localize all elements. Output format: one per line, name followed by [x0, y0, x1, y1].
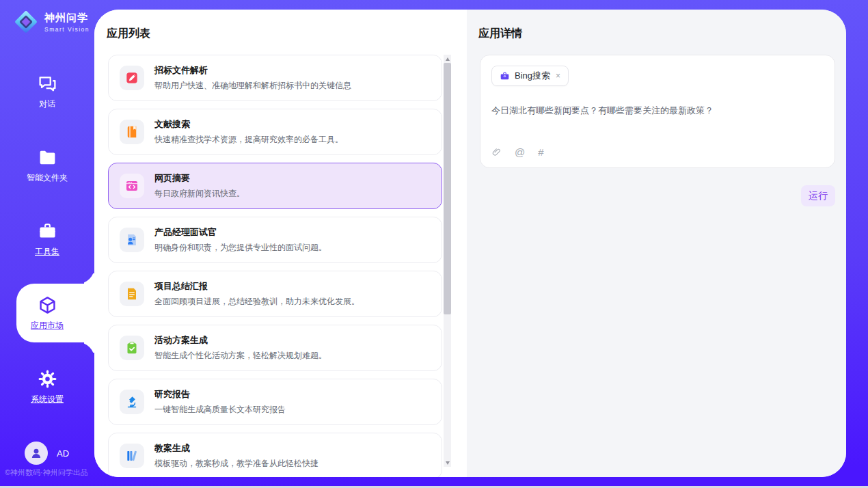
- user-row[interactable]: AD: [25, 442, 69, 465]
- app-icon-badge: [120, 66, 144, 90]
- app-description: 每日政府新闻资讯快查。: [154, 188, 245, 200]
- clipboard-check-icon: [125, 341, 139, 355]
- app-card[interactable]: 文献搜索 快速精准查找学术资源，提高研究效率的必备工具。: [108, 109, 442, 155]
- app-icon-badge: [120, 120, 144, 144]
- run-button[interactable]: 运行: [801, 185, 835, 206]
- app-card[interactable]: 项目总结汇报 全面回顾项目进展，总结经验教训，助力未来优化发展。: [108, 271, 442, 317]
- app-title: 教案生成: [154, 442, 318, 455]
- sidebar-item-label: 对话: [39, 98, 55, 110]
- hash-icon[interactable]: #: [538, 146, 543, 158]
- pen-square-icon: [125, 71, 139, 85]
- gear-icon: [38, 369, 57, 389]
- briefcase-icon: [38, 221, 57, 241]
- tool-tag-bing-search[interactable]: Bing搜索 ×: [491, 66, 569, 86]
- copyright-footer: ©神州数码·神州问学出品: [5, 467, 88, 478]
- close-icon[interactable]: ×: [555, 71, 561, 81]
- app-title: 项目总结汇报: [154, 280, 360, 293]
- diamond-logo-icon: [12, 8, 40, 36]
- app-description: 快速精准查找学术资源，提高研究效率的必备工具。: [154, 134, 343, 146]
- sidebar-item[interactable]: 系统设置: [0, 350, 94, 424]
- sidebar: 神州问学 Smart Vision 对话 智能文件夹 工具集: [0, 0, 94, 488]
- app-title: 研究报告: [154, 388, 286, 401]
- book-icon: [125, 125, 139, 139]
- sidebar-nav: 对话 智能文件夹 工具集 应用市场 系统: [0, 55, 94, 424]
- app-icon-badge: [120, 282, 144, 306]
- scroll-up-arrow-icon[interactable]: [444, 55, 451, 63]
- app-title: 活动方案生成: [154, 334, 327, 347]
- sidebar-item[interactable]: 工具集: [0, 202, 94, 276]
- app-card[interactable]: 活动方案生成 智能生成个性化活动方案，轻松解决规划难题。: [108, 325, 442, 371]
- document-icon: [125, 287, 139, 301]
- cube-icon: [38, 295, 57, 315]
- tool-tag-label: Bing搜索: [515, 70, 550, 82]
- browser-code-icon: [125, 179, 139, 193]
- app-description: 一键智能生成高质量长文本研究报告: [154, 404, 286, 416]
- person-doc-icon: [125, 233, 139, 247]
- sidebar-item-label: 系统设置: [31, 394, 64, 405]
- scrollbar[interactable]: [444, 55, 451, 467]
- brand-subtitle: Smart Vision: [44, 26, 90, 33]
- app-card[interactable]: 研究报告 一键智能生成高质量长文本研究报告: [108, 379, 442, 425]
- app-list: 招标文件解析 帮助用户快速、准确地理解和解析招标书中的关键信息 文献搜索 快速精…: [108, 55, 442, 477]
- query-text[interactable]: 今日湖北有哪些新闻要点？有哪些需要关注的最新政策？: [491, 105, 824, 117]
- app-title: 文献搜索: [154, 118, 343, 131]
- microscope-icon: [125, 395, 139, 409]
- main-panel: 应用列表 招标文件解析 帮助用户快速、准确地理解和解析招标书中的关键信息: [94, 10, 846, 477]
- at-icon[interactable]: @: [515, 146, 525, 158]
- app-description: 明确身份和职责，为您提供专业性的面试问题。: [154, 242, 327, 254]
- app-card[interactable]: 教案生成 模板驱动，教案秒成，教学准备从此轻松快捷: [108, 433, 442, 477]
- app-list-title: 应用列表: [107, 27, 150, 41]
- app-title: 招标文件解析: [154, 64, 351, 77]
- scroll-down-arrow-icon[interactable]: [444, 459, 451, 467]
- briefcase-icon: [500, 71, 510, 81]
- scrollbar-thumb[interactable]: [444, 63, 451, 314]
- app-card[interactable]: 产品经理面试官 明确身份和职责，为您提供专业性的面试问题。: [108, 217, 442, 263]
- sidebar-item[interactable]: 应用市场: [0, 276, 94, 350]
- app-title: 网页摘要: [154, 172, 245, 185]
- app-icon-badge: [120, 390, 144, 414]
- app-list-pane: 应用列表 招标文件解析 帮助用户快速、准确地理解和解析招标书中的关键信息: [94, 10, 467, 477]
- sidebar-item-label: 工具集: [35, 246, 59, 258]
- prompt-card: Bing搜索 × 今日湖北有哪些新闻要点？有哪些需要关注的最新政策？ @ #: [480, 55, 835, 168]
- sidebar-item-label: 应用市场: [31, 320, 64, 331]
- app-card[interactable]: 网页摘要 每日政府新闻资讯快查。: [108, 163, 442, 209]
- sidebar-item-label: 智能文件夹: [27, 172, 68, 184]
- card-toolbar: @ #: [491, 146, 544, 158]
- app-description: 智能生成个性化活动方案，轻松解决规划难题。: [154, 350, 327, 362]
- app-icon-badge: [120, 336, 144, 360]
- avatar[interactable]: [25, 442, 48, 465]
- app-icon-badge: [120, 174, 144, 198]
- app-detail-pane: 应用详情 Bing搜索 × 今日湖北有哪些新闻要点？有哪些需要关注的最新政策？ …: [467, 10, 846, 477]
- app-icon-badge: [120, 444, 144, 468]
- person-icon: [29, 446, 43, 460]
- folder-icon: [38, 148, 57, 167]
- brand-name: 神州问学: [44, 12, 90, 25]
- paperclip-icon[interactable]: [491, 147, 502, 157]
- sidebar-item[interactable]: 对话: [0, 55, 94, 128]
- brand-logo: 神州问学 Smart Vision: [12, 8, 90, 36]
- user-name: AD: [57, 448, 69, 459]
- app-description: 全面回顾项目进展，总结经验教训，助力未来优化发展。: [154, 296, 360, 308]
- sidebar-item[interactable]: 智能文件夹: [0, 128, 94, 202]
- app-title: 产品经理面试官: [154, 226, 327, 239]
- app-description: 帮助用户快速、准确地理解和解析招标书中的关键信息: [154, 80, 351, 92]
- books-icon: [125, 449, 139, 463]
- app-card[interactable]: 招标文件解析 帮助用户快速、准确地理解和解析招标书中的关键信息: [108, 55, 442, 101]
- app-detail-title: 应用详情: [478, 27, 522, 41]
- chat-icon: [38, 74, 57, 94]
- app-icon-badge: [120, 228, 144, 252]
- app-description: 模板驱动，教案秒成，教学准备从此轻松快捷: [154, 458, 318, 470]
